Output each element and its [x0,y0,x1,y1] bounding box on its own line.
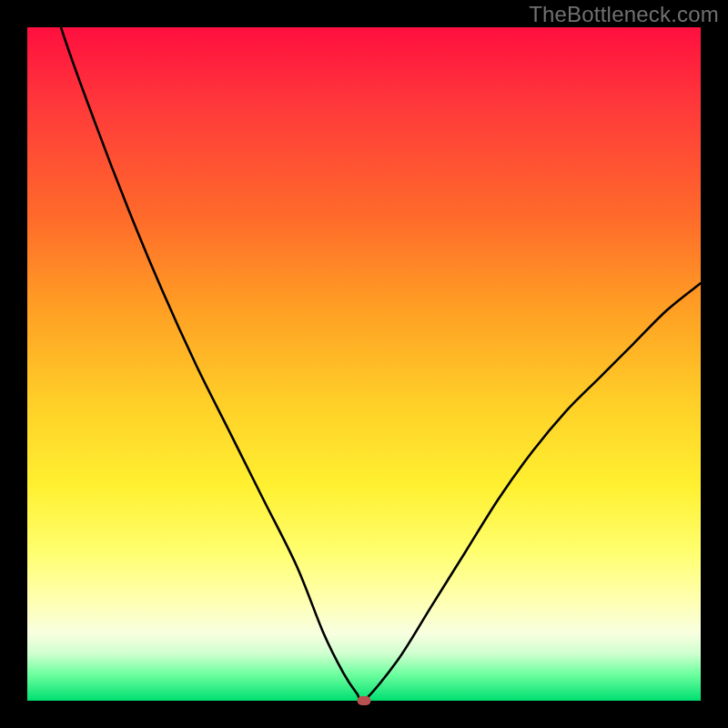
watermark-text: TheBottleneck.com [529,2,719,27]
plot-area [27,27,701,701]
min-point-marker [358,696,371,705]
bottleneck-curve [27,27,701,701]
chart-frame: TheBottleneck.com [0,0,728,728]
